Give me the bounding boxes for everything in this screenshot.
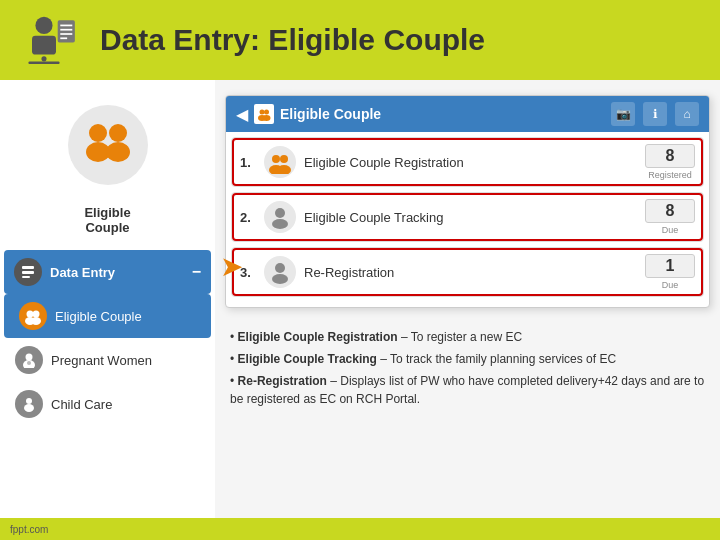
app-topbar: ◀ Eligible Couple 📷 ℹ ⌂ [226,96,709,132]
pregnant-women-label: Pregnant Women [51,353,152,368]
svg-point-9 [89,124,107,142]
svg-point-33 [275,208,285,218]
svg-rect-2 [58,20,75,42]
home-btn[interactable]: ⌂ [675,102,699,126]
desc-text-2: – To track the family planning services … [377,352,616,366]
list-item[interactable]: 3. Re-Registration 1 Due [231,247,704,297]
sidebar-item-pregnant-women[interactable]: Pregnant Women [0,338,215,382]
svg-point-18 [33,311,40,318]
desc-term-3: Re-Registration [238,374,327,388]
right-panel: ➤ ◀ Eligible Couple 📷 ℹ ⌂ [215,80,720,540]
header: Data Entry: Eligible Couple [0,0,720,80]
svg-point-36 [272,274,288,284]
description-area: • Eligible Couple Registration – To regi… [215,318,720,422]
child-care-label: Child Care [51,397,112,412]
list-item-label-2: Eligible Couple Tracking [304,210,637,225]
svg-point-27 [264,110,269,115]
sidebar-item-data-entry[interactable]: Data Entry − [4,250,211,294]
app-topbar-actions: 📷 ℹ ⌂ [611,102,699,126]
list-item-label-3: Re-Registration [304,265,637,280]
list-item-badge-1: 8 Registered [645,144,695,180]
svg-rect-8 [29,61,60,64]
list-item-label-1: Eligible Couple Registration [304,155,637,170]
badge-label-2: Due [662,225,679,235]
list-item-number-2: 2. [240,210,256,225]
sidebar-item-child-care[interactable]: Child Care [0,382,215,426]
data-entry-label: Data Entry [50,265,115,280]
svg-rect-1 [32,36,56,55]
app-topbar-title: Eligible Couple [280,106,605,122]
badge-number-2: 8 [645,199,695,223]
svg-rect-14 [22,271,34,274]
couple-icon-circle [68,105,148,185]
footer-text: fppt.com [10,524,48,535]
svg-rect-13 [22,266,34,269]
child-care-icon [15,390,43,418]
desc-bullet-2: • Eligible Couple Tracking – To track th… [230,350,705,368]
svg-rect-15 [22,276,30,278]
list-item-icon-1 [264,146,296,178]
badge-label-3: Due [662,280,679,290]
desc-term-1: Eligible Couple Registration [238,330,398,344]
desc-term-2: Eligible Couple Tracking [238,352,377,366]
svg-point-16 [27,311,34,318]
svg-point-11 [109,124,127,142]
svg-point-29 [272,155,280,163]
list-item-badge-2: 8 Due [645,199,695,235]
desc-bullet-3: • Re-Registration – Displays list of PW … [230,372,705,408]
svg-point-23 [26,398,32,404]
svg-point-22 [27,361,31,365]
desc-bullet-1: • Eligible Couple Registration – To regi… [230,328,705,346]
sidebar: EligibleCouple Data Entry − [0,80,215,540]
info-btn[interactable]: ℹ [643,102,667,126]
svg-point-25 [260,110,265,115]
badge-number-1: 8 [645,144,695,168]
svg-point-19 [31,317,41,325]
list-item-icon-3 [264,256,296,288]
list-item[interactable]: 1. Eligible Couple Registration 8 Regist… [231,137,704,187]
svg-point-28 [263,115,271,121]
sidebar-item-eligible-couple[interactable]: Eligible Couple [4,294,211,338]
data-entry-icon [14,258,42,286]
eligible-couple-sidebar-label: Eligible Couple [55,309,142,324]
badge-label-1: Registered [648,170,692,180]
eligible-couple-sidebar-icon [19,302,47,330]
app-list: 1. Eligible Couple Registration 8 Regist… [226,132,709,307]
app-screen-mockup: ◀ Eligible Couple 📷 ℹ ⌂ [225,95,710,308]
sidebar-logo-area [0,90,215,205]
back-arrow-icon[interactable]: ◀ [236,105,248,124]
list-item-number-1: 1. [240,155,256,170]
couple-svg-icon [78,118,138,173]
page-title: Data Entry: Eligible Couple [100,23,485,57]
svg-point-34 [272,219,288,229]
list-item-badge-3: 1 Due [645,254,695,290]
badge-number-3: 1 [645,254,695,278]
svg-point-12 [106,142,130,162]
list-item[interactable]: 2. Eligible Couple Tracking 8 Due [231,192,704,242]
footer: fppt.com [0,518,720,540]
eligible-couple-label: EligibleCouple [0,205,215,235]
svg-point-7 [41,56,46,61]
svg-point-31 [280,155,288,163]
arrow-pointer-icon: ➤ [220,250,243,283]
svg-point-35 [275,263,285,273]
topbar-module-icon [254,104,274,124]
svg-point-0 [35,17,52,34]
header-person-icon [20,10,80,70]
main-content: EligibleCouple Data Entry − [0,80,720,540]
desc-text-1: – To register a new EC [398,330,523,344]
svg-point-24 [24,404,34,412]
list-item-icon-2 [264,201,296,233]
svg-point-20 [26,354,33,361]
data-entry-collapse-icon: − [192,263,201,281]
camera-btn[interactable]: 📷 [611,102,635,126]
pregnant-women-icon [15,346,43,374]
